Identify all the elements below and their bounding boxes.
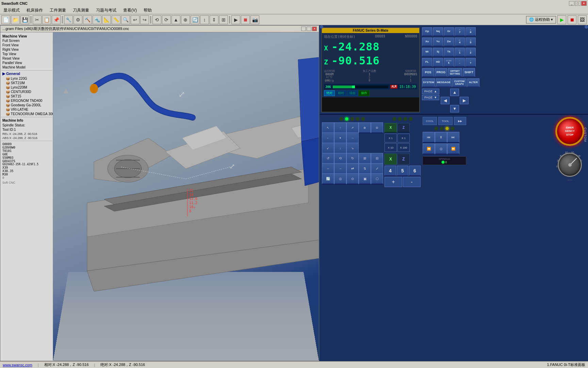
toolbar-btn-7[interactable]: 🔧: [64, 15, 73, 24]
menu-exercises[interactable]: 习题与考试: [94, 7, 118, 14]
nav-left[interactable]: ◀: [441, 97, 450, 104]
tree-front-view[interactable]: Front View: [1, 43, 52, 47]
menu-tool[interactable]: 刀具测量: [71, 7, 91, 14]
toolbar-btn-2[interactable]: 📁: [11, 15, 20, 24]
maximize-btn[interactable]: □: [575, 1, 581, 6]
toolbar-btn-15[interactable]: ↪: [140, 15, 149, 24]
fanuc-mode-rel[interactable]: 相对: [336, 90, 346, 96]
jog-r5-5[interactable]: ⤢: [371, 163, 383, 174]
jog-down[interactable]: ↓: [334, 143, 346, 154]
plus-btn[interactable]: +: [385, 177, 402, 187]
tree-skt15[interactable]: 📦 SKT15: [1, 94, 52, 98]
toolbar-btn-10[interactable]: 🔩: [93, 15, 101, 24]
toolbar-btn-4[interactable]: ✂: [33, 15, 42, 24]
tree-lynx220g[interactable]: 📦 Lynx 220G: [1, 76, 52, 81]
toolbar-btn-14[interactable]: ↩: [131, 15, 140, 24]
tree-vri-lathe[interactable]: 📦 VRI-LATHE: [1, 107, 52, 112]
tree-reset-view[interactable]: Reset View: [1, 56, 52, 61]
jog-r5-4[interactable]: ⇅: [359, 163, 371, 174]
multi-x1[interactable]: X 1: [385, 134, 397, 142]
nav-up[interactable]: ▲: [450, 89, 459, 96]
menu-view[interactable]: 查看(V): [121, 7, 139, 14]
fkey-xu[interactable]: Xu: [422, 37, 432, 46]
sb-3[interactable]: ⏭: [447, 132, 459, 143]
fkey-nq[interactable]: Nq: [433, 27, 443, 36]
num-6[interactable]: 6: [409, 166, 421, 176]
jog-r4-5[interactable]: ⊟: [371, 153, 383, 164]
jog-downleft[interactable]: ↙: [322, 143, 334, 154]
toolbar-btn-17[interactable]: ⟳: [162, 15, 171, 24]
screenshot-btn[interactable]: 🖼: [578, 15, 587, 24]
toolbar-btn-8[interactable]: ⚙: [74, 15, 82, 24]
fkey-5[interactable]: 55: [466, 37, 476, 46]
fkey-op[interactable]: Op: [422, 27, 432, 36]
vp-close[interactable]: ✕: [312, 27, 317, 31]
multi-x100[interactable]: X 10: [385, 143, 397, 152]
toolbar-btn-23[interactable]: ⊞: [219, 15, 228, 24]
fkey-yu[interactable]: Yu: [433, 37, 443, 46]
multi-x10[interactable]: X 1: [397, 134, 410, 142]
toolbar-btn-11[interactable]: 📐: [102, 15, 111, 24]
jog-center[interactable]: ●: [334, 133, 346, 143]
close-btn[interactable]: ✕: [581, 1, 587, 6]
vp-minimize[interactable]: _: [301, 27, 306, 31]
jog-r6-1[interactable]: 🔄: [322, 173, 334, 184]
fkey-custom-graph[interactable]: CUSTOMGRAPH: [452, 78, 467, 87]
toolbar-stop-btn[interactable]: ⏹: [568, 15, 576, 24]
cool-btn[interactable]: COOL: [423, 117, 437, 125]
tree-tecnoorium[interactable]: 📦 TECNOORIUM OMEGA 300: [1, 112, 52, 116]
fkey-message[interactable]: MESSAGE: [436, 78, 452, 87]
jog-r5-2[interactable]: →: [334, 163, 346, 174]
misc-btn-1[interactable]: ▶▶: [454, 117, 466, 125]
toolbar-btn-18[interactable]: ▲: [172, 15, 180, 24]
toolbar-btn-6[interactable]: 📌: [52, 15, 61, 24]
jog-downright[interactable]: ↘: [346, 143, 359, 154]
toolbar-btn-stop[interactable]: ⏹: [241, 15, 250, 24]
fkey-mi[interactable]: Mi: [422, 48, 432, 57]
fkey-plus[interactable]: ++: [466, 58, 476, 67]
jog-r4-3[interactable]: ↻: [346, 153, 359, 164]
page-down-btn[interactable]: PAGE▼: [422, 95, 439, 100]
menu-machine-ops[interactable]: 机床操作: [24, 7, 45, 14]
sb-1[interactable]: ⏮: [423, 132, 435, 143]
fanuc-mode-op[interactable]: 操作: [359, 90, 370, 96]
tree-machine-view[interactable]: Machine View: [1, 34, 52, 39]
minus-btn[interactable]: -: [403, 177, 421, 187]
fkey-eob[interactable]: EOB€€: [444, 58, 454, 67]
tree-lynx220lm[interactable]: 📦 Lynx220lM: [1, 85, 52, 90]
fkey-fl[interactable]: FL: [422, 58, 432, 67]
tree-general[interactable]: ▶ General: [1, 71, 52, 76]
menu-display-mode[interactable]: 显示模式: [1, 7, 22, 14]
jog-r4-2[interactable]: ⟲: [334, 153, 346, 164]
fkey-system[interactable]: SYSTEM: [422, 78, 435, 87]
sb-5[interactable]: ◎: [435, 143, 447, 154]
toolbar-btn-20[interactable]: 🔄: [191, 15, 199, 24]
toolbar-btn-9[interactable]: 🔨: [83, 15, 92, 24]
fkey-4up[interactable]: 4↑4: [455, 37, 465, 46]
tool-btn[interactable]: TOOL: [438, 117, 453, 125]
page-up-btn[interactable]: PAGE▲: [422, 89, 439, 94]
jog-r6-3[interactable]: ⊙: [346, 173, 359, 184]
fanuc-mode-combined[interactable]: 综合: [347, 90, 358, 96]
tree-parallel-view[interactable]: Parallel View: [1, 61, 52, 65]
num-5[interactable]: 5: [397, 166, 408, 176]
tree-right-view[interactable]: Right View: [1, 47, 52, 52]
menu-workpiece[interactable]: 工件测量: [48, 7, 68, 14]
fkey-zw[interactable]: Zw: [444, 37, 454, 46]
vp-maximize[interactable]: □: [307, 27, 311, 31]
fkey-gr[interactable]: Gr: [444, 27, 454, 36]
toolbar-btn-speed[interactable]: ▶: [231, 15, 240, 24]
jog-left[interactable]: ←: [322, 133, 334, 143]
fkey-sj[interactable]: Sj: [433, 48, 443, 57]
jog-upleft[interactable]: ↖: [322, 122, 334, 133]
jog-upright[interactable]: ↗: [346, 122, 359, 133]
toolbar-btn-camera[interactable]: 📷: [250, 15, 259, 24]
jog-r6-2[interactable]: ◎: [334, 173, 346, 184]
fkey-tk[interactable]: Tk: [444, 48, 454, 57]
toolbar-btn-5[interactable]: 📋: [42, 15, 51, 24]
fkey-minus[interactable]: --: [455, 58, 465, 67]
emergency-stop-btn[interactable]: EMERGENCYSTOP: [555, 117, 584, 146]
axis-x-large[interactable]: X: [385, 154, 397, 165]
sb-2[interactable]: ⏸: [435, 132, 447, 143]
multi-x1000[interactable]: X 100: [397, 143, 410, 152]
